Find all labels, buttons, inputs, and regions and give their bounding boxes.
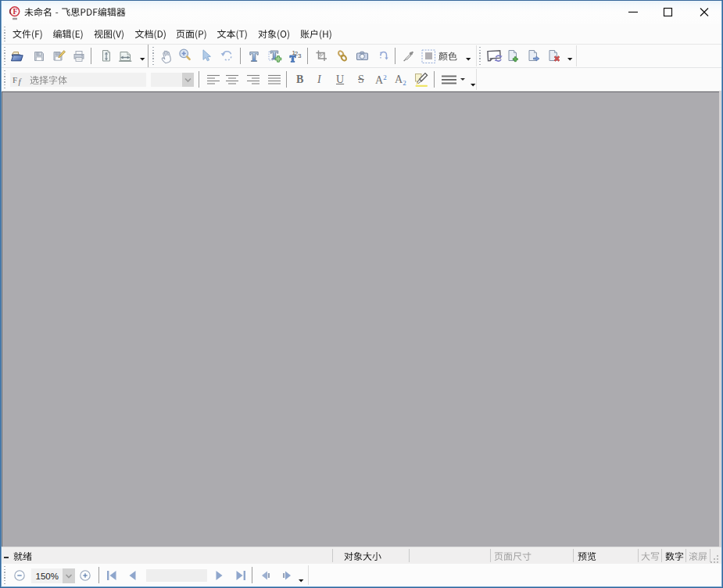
svg-text:f: f <box>19 77 23 86</box>
svg-text:F: F <box>13 75 17 84</box>
svg-text:F: F <box>13 8 17 16</box>
svg-text:3: 3 <box>298 52 302 59</box>
